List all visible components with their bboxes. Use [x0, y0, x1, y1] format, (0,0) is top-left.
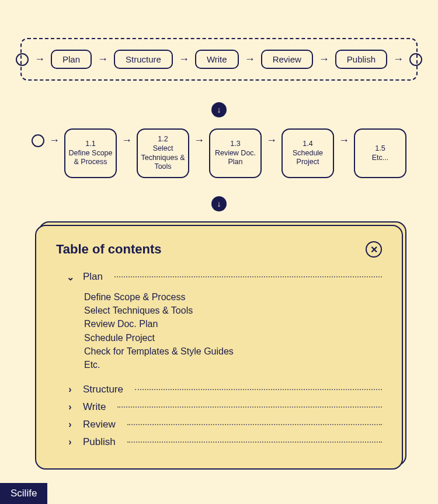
substep-number: 1.2 [158, 135, 168, 144]
arrow-right-icon: → [34, 53, 45, 65]
substep-label: Select Techniques & Tools [140, 144, 186, 172]
leader-dots [127, 424, 382, 425]
chevron-right-icon: › [65, 437, 75, 447]
toc-subitem[interactable]: Define Scope & Process [84, 290, 382, 304]
brand-logo: Scilife [0, 483, 47, 504]
substep-number: 1.4 [303, 140, 312, 149]
stage-plan: Plan [51, 50, 92, 69]
arrow-down-icon: ↓ [211, 102, 227, 117]
toc-subitem[interactable]: Schedule Project [84, 331, 382, 345]
arrow-right-icon: → [339, 134, 349, 147]
start-node-icon [32, 134, 44, 147]
leader-dots [114, 276, 382, 277]
chevron-right-icon: › [65, 384, 75, 395]
chevron-right-icon: › [65, 402, 75, 412]
substep-label: Schedule Project [285, 149, 331, 167]
stage-write: Write [195, 50, 239, 69]
toc-subitem[interactable]: Review Doc. Plan [84, 317, 382, 331]
arrow-right-icon: → [319, 53, 329, 65]
arrow-right-icon: → [49, 134, 60, 147]
toc-title: Table of contents [56, 242, 162, 257]
substep-number: 1.3 [230, 140, 240, 149]
substep-1-2: 1.2 Select Techniques & Tools [137, 128, 189, 178]
arrow-right-icon: → [194, 134, 204, 147]
close-icon[interactable]: ✕ [366, 241, 382, 258]
toc-section-publish[interactable]: › Publish [56, 433, 382, 451]
toc-section-label: Plan [83, 271, 103, 283]
arrow-right-icon: → [393, 53, 404, 65]
arrow-right-icon: → [245, 53, 255, 65]
chevron-right-icon: › [65, 419, 75, 430]
substep-label: Review Doc. Plan [213, 149, 258, 167]
substep-number: 1.1 [85, 140, 95, 149]
toc-section-plan[interactable]: ⌄ Plan [56, 268, 382, 286]
chevron-down-icon: ⌄ [65, 272, 75, 283]
substep-label: Etc... [372, 154, 388, 163]
substep-1-5: 1.5 Etc... [354, 128, 406, 178]
toc-section-structure[interactable]: › Structure [56, 381, 382, 398]
substep-1-4: 1.4 Schedule Project [281, 128, 334, 178]
stage-structure: Structure [114, 50, 173, 69]
leader-dots [127, 442, 382, 443]
toc-subitems-plan: Define Scope & Process Select Techniques… [56, 286, 382, 381]
start-node-icon [16, 53, 29, 66]
end-node-icon [409, 53, 422, 66]
arrow-down-icon: ↓ [211, 196, 227, 211]
toc-card: Table of contents ✕ ⌄ Plan Define Scope … [35, 225, 403, 470]
substep-number: 1.5 [375, 144, 385, 154]
flow-substeps-container: → 1.1 Define Scope & Process → 1.2 Selec… [20, 128, 418, 178]
toc-section-label: Review [83, 419, 116, 430]
flow-stages-container: → Plan → Structure → Write → Review → Pu… [20, 38, 418, 81]
substep-1-1: 1.1 Define Scope & Process [64, 128, 117, 178]
toc-subitem[interactable]: Check for Templates & Style Guides [84, 345, 382, 358]
leader-dots [117, 406, 382, 408]
stage-publish: Publish [335, 50, 387, 69]
toc-section-write[interactable]: › Write [56, 398, 382, 416]
leader-dots [135, 389, 382, 390]
toc-section-label: Structure [83, 384, 123, 395]
substep-label: Define Scope & Process [68, 149, 113, 167]
toc-section-review[interactable]: › Review [56, 416, 382, 433]
toc-section-label: Publish [83, 436, 116, 448]
arrow-right-icon: → [179, 53, 189, 65]
stage-review: Review [261, 50, 313, 69]
toc-subitem[interactable]: Etc. [84, 358, 382, 371]
substep-1-3: 1.3 Review Doc. Plan [209, 128, 262, 178]
arrow-right-icon: → [121, 134, 132, 147]
arrow-right-icon: → [266, 134, 277, 147]
arrow-right-icon: → [98, 53, 108, 65]
toc-section-label: Write [83, 401, 106, 413]
toc-subitem[interactable]: Select Techniques & Tools [84, 304, 382, 317]
